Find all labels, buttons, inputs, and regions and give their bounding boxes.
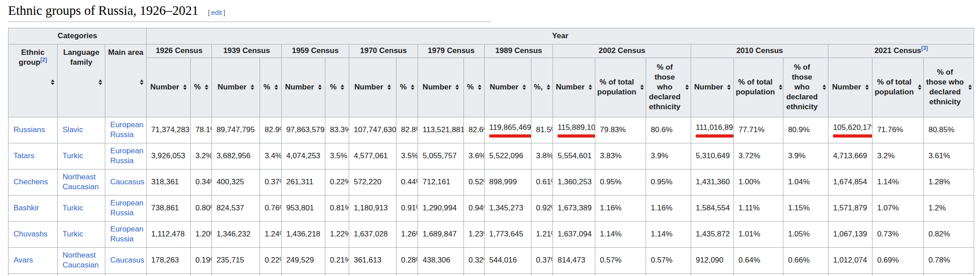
cell-1939-pct: 82.9% [260,117,282,143]
cell-1959-pct: 0.21% [325,247,349,273]
table-row: AvarsNortheast CaucasianCaucasus178,2630… [9,247,974,273]
subcolumn-header-1939-pct[interactable]: % [260,58,282,117]
empty-cell [58,273,105,276]
subcolumn-header-label: Number [694,82,723,92]
language-family-link[interactable]: Turkic [63,151,83,160]
language-family-link[interactable]: Slavic [63,125,83,134]
cell-value: 0.19% [195,256,212,264]
cell-2010-number: 1,435,872 [691,221,734,247]
column-header-main-area[interactable]: Main area [105,44,147,117]
subcolumn-header-1989-pct[interactable]: %, [531,58,553,117]
cell-1970-number: 572,220 [349,169,396,195]
cell-value: 1.16% [600,204,621,212]
cell-main-area: European Russia [105,117,147,143]
sort-icon [251,85,254,90]
subcolumn-header-1926-pct[interactable]: % [191,58,212,117]
ethnic-group-link[interactable]: Chechens [13,178,48,186]
main-area-link[interactable]: European Russia [110,147,144,165]
sort-icon [727,85,731,90]
main-area-link[interactable]: European Russia [110,120,144,139]
census-header-1926-census: 1926 Census [147,44,212,58]
table-row: BashkirTurkicEuropean Russia738,8610.80%… [9,195,974,221]
language-family-link[interactable]: Turkic [63,204,83,212]
cell-1979-pct: 82.6% [464,117,485,143]
cell-value: 0.95% [651,178,672,186]
subcolumn-header-1926-number[interactable]: Number [147,58,191,117]
subcolumn-header-2010-pct-of-those-who-declared-ethnicity[interactable]: % of those who declared ethnicity [783,58,828,117]
sort-icon [318,85,322,90]
main-area-link[interactable]: Caucasus [110,178,144,186]
header-row-censuses: Ethnic group[2]Language familyMain area1… [9,44,974,58]
subcolumn-header-1959-number[interactable]: Number [282,58,325,117]
subcolumn-header-1979-pct[interactable]: % [464,58,485,117]
ethnic-group-link[interactable]: Chuvashs [13,230,48,238]
main-area-link[interactable]: European Russia [110,199,144,217]
subcolumn-header-2021-pct-of-those-who-declared-ethnicity[interactable]: % of those who declared ethnicity [924,58,974,117]
cell-value: 318,361 [151,178,179,186]
cell-2021-pct-of-those-who-declared-ethnicity: 0.78% [924,247,974,273]
subcolumn-header-2002-number[interactable]: Number [553,58,595,117]
footnote-ref-anchor[interactable]: [2] [40,57,47,63]
cell-value: 1,290,994 [423,204,457,212]
subcolumn-header-2010-number[interactable]: Number [691,58,734,117]
ethnic-group-link[interactable]: Avars [13,256,33,264]
subcolumn-header-2021-pct-of-total-population[interactable]: % of total population [872,58,924,117]
sort-icon [968,85,972,90]
subcolumn-header-1939-number[interactable]: Number [212,58,260,117]
subcolumn-header-content: Number [832,82,868,92]
cell-1970-number: 107,747,630 [349,117,396,143]
footnote-ref-anchor[interactable]: [3] [921,45,928,52]
cell-2002-pct-of-those-who-declared-ethnicity: 0.57% [646,247,691,273]
cell-1939-number: 400,325 [212,169,260,195]
header-row-groups: CategoriesYear [9,28,974,44]
language-family-link[interactable]: Northeast Caucasian [63,251,99,269]
column-header-language-family[interactable]: Language family [58,44,105,117]
main-area-link[interactable]: European Russia [110,225,144,243]
cell-value: 0.22% [330,178,349,186]
cell-1970-number: 4,577,061 [349,143,396,169]
cell-2002-pct-of-those-who-declared-ethnicity: 1.14% [646,221,691,247]
ethnic-group-link[interactable]: Tatars [13,151,34,160]
subcolumn-header-1989-number[interactable]: Number [485,58,531,117]
edit-link[interactable]: edit [211,9,222,16]
empty-cell [485,273,531,276]
footnote-ref-link[interactable]: [3] [921,45,928,52]
subcolumn-header-2002-pct-of-those-who-declared-ethnicity[interactable]: % of those who declared ethnicity [646,58,691,117]
subcolumn-header-2021-number[interactable]: Number [828,58,872,117]
ethnic-group-link[interactable]: Russians [13,125,45,134]
cell-value: 814,473 [557,256,585,264]
column-header-label: Main area [108,48,143,57]
cell-2010-pct-of-those-who-declared-ethnicity: 1.15% [783,195,828,221]
main-area-link[interactable]: Caucasus [110,256,144,264]
red-underline-annotation [489,134,531,138]
subcolumn-header-content: Number [694,82,731,92]
cell-value: 0.73% [877,230,899,238]
cell-value: 1,435,872 [696,230,730,238]
cell-value: 1,673,389 [557,204,592,212]
cell-value: 1.24% [265,230,282,238]
cell-1989-number: 544,016 [485,247,531,273]
census-header-label: 1970 Census [360,46,407,55]
cell-value: 80.9% [788,125,809,134]
language-family-link[interactable]: Turkic [63,230,83,238]
subcolumn-header-2010-pct-of-total-population[interactable]: % of total population [734,58,783,117]
subcolumn-header-1959-pct[interactable]: % [325,58,349,117]
cell-value: 261,311 [286,178,313,186]
subcolumn-header-1970-pct[interactable]: % [396,58,418,117]
table-header: CategoriesYearEthnic group[2]Language fa… [9,28,974,117]
categories-label: Categories [58,31,97,40]
column-header-ethnic-group[interactable]: Ethnic group[2] [9,44,58,117]
subcolumn-header-2002-pct-of-total-population[interactable]: % of total population [595,58,646,117]
subcolumn-header-1979-number[interactable]: Number [418,58,464,117]
cell-language-family: Northeast Caucasian [58,247,105,273]
edit-section: [edit] [208,9,225,16]
census-header-2021-census: 2021 Census[3] [828,44,974,58]
ethnic-group-link[interactable]: Bashkir [13,204,39,212]
footnote-ref-link[interactable]: [2] [40,57,47,63]
cell-value: 0.52% [468,178,485,186]
cell-1926-pct: 3.2% [191,143,212,169]
cell-value: 1.00% [738,178,760,186]
language-family-link[interactable]: Northeast Caucasian [63,173,99,191]
subcolumn-header-1970-number[interactable]: Number [349,58,396,117]
cell-1989-pct: 0.92% [531,195,553,221]
